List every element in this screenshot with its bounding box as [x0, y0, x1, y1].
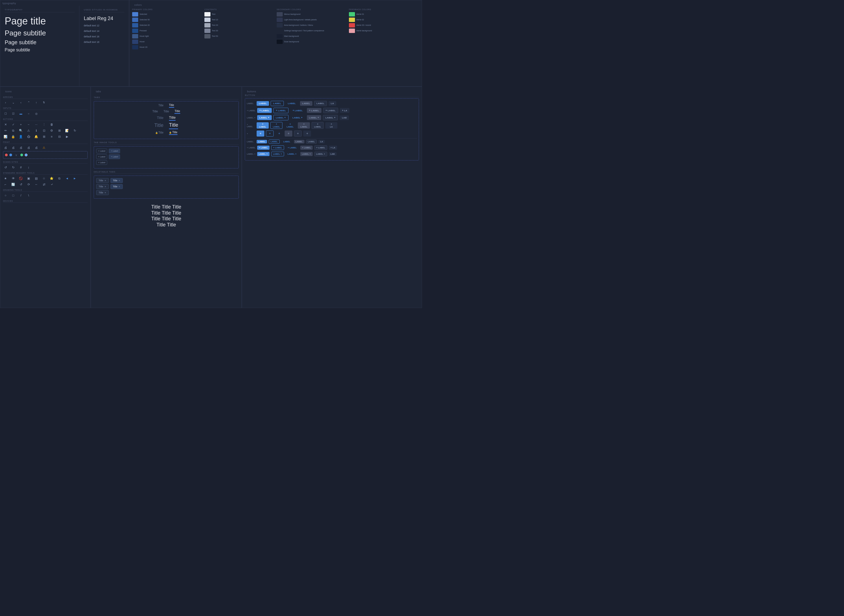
- btn-outline-plus-right-sm-1[interactable]: LABEL+: [271, 152, 284, 156]
- tab-img-item-3[interactable]: + Label: [96, 154, 107, 159]
- btn-ghost-sm-1[interactable]: LABEL: [281, 139, 292, 144]
- line1-icon[interactable]: /: [18, 193, 23, 198]
- star-filled-icon[interactable]: ⭐: [49, 176, 54, 181]
- btn-stacked-dark-1[interactable]: + LABEL: [312, 122, 324, 129]
- btn-dark-plus-right-1[interactable]: LABEL+: [323, 115, 338, 120]
- arrow-left-icon[interactable]: ◄: [64, 176, 69, 181]
- chevron-up-down-icon[interactable]: ⌃: [26, 100, 31, 105]
- del-tab-3-close[interactable]: ✕: [104, 185, 106, 188]
- checkbox-indeterminate-icon[interactable]: ▬: [18, 111, 23, 116]
- btn-gray-1[interactable]: LABEL: [300, 101, 312, 106]
- tab-img-item-2-active[interactable]: + Label: [109, 149, 120, 153]
- pencil-icon[interactable]: ✏: [3, 128, 8, 133]
- btn-dark-plus-right-2[interactable]: LAB: [340, 115, 349, 120]
- chevron-left-icon[interactable]: ‹: [18, 100, 23, 105]
- printer4-icon[interactable]: 🖨: [26, 145, 31, 150]
- crop-icon[interactable]: ⊡: [41, 128, 47, 133]
- scan-reverse-icon[interactable]: ↻: [11, 165, 16, 170]
- tab-img-item-1[interactable]: + Label: [96, 149, 107, 153]
- btn-dark-plus-right-sm-2[interactable]: LAB: [329, 152, 337, 156]
- printer-warning-icon[interactable]: ⚠: [41, 145, 47, 150]
- btn-ghost-plus-right-1[interactable]: LABEL+: [290, 115, 305, 120]
- btn-dark-plus-right-sm-1[interactable]: LABEL+: [314, 152, 327, 156]
- warning-icon[interactable]: ⚠: [26, 128, 31, 133]
- stack-icon[interactable]: ▤: [34, 176, 39, 181]
- btn-dark-plus-sm-2[interactable]: +LA: [329, 146, 337, 150]
- btn-outline-sm-1[interactable]: LABEL: [269, 139, 280, 144]
- tab-title-11-locked-active[interactable]: 🔒Title: [169, 131, 177, 135]
- tab-title-5-active[interactable]: Title: [174, 109, 180, 114]
- tab-img-item-5[interactable]: + Label: [96, 160, 107, 165]
- btn-icon-only-blue-outline-1[interactable]: +: [266, 131, 274, 136]
- scan-grid-icon[interactable]: #: [18, 165, 23, 170]
- btn-dark-2[interactable]: LA: [328, 101, 336, 106]
- printer5-icon[interactable]: 🖨: [34, 145, 39, 150]
- checkbox-empty-icon[interactable]: ☐: [3, 111, 8, 116]
- eye-off-icon[interactable]: 🚫: [18, 176, 23, 181]
- del-tab-4-active[interactable]: Title ✕: [110, 184, 123, 189]
- btn-solid-blue-plus-right-1[interactable]: LABEL+: [257, 115, 272, 120]
- tab-title-3[interactable]: Title: [152, 110, 158, 113]
- settings-icon[interactable]: ⚙: [49, 128, 54, 133]
- del-tab-4-close[interactable]: ✕: [119, 185, 120, 188]
- del-tab-3[interactable]: Title ✕: [96, 184, 109, 189]
- apps-icon[interactable]: ⊞: [41, 134, 47, 139]
- btn-stacked-dark-2[interactable]: + LA: [325, 122, 337, 129]
- eye-icon[interactable]: 👁: [11, 176, 16, 181]
- btn-dark-sm-2[interactable]: LA: [318, 140, 324, 144]
- scan-rotate-icon[interactable]: ↺: [3, 165, 8, 170]
- btn-stacked-outline-1[interactable]: + LABEL: [270, 122, 283, 129]
- btn-outline-blue-1[interactable]: LABEL: [271, 101, 284, 106]
- del-tab-2-active[interactable]: Title ✕: [110, 178, 123, 183]
- list-icon[interactable]: ≡: [49, 134, 54, 139]
- tab-title-2-active[interactable]: Title: [169, 104, 174, 108]
- btn-icon-only-dark-2[interactable]: +: [303, 131, 311, 136]
- bell-icon[interactable]: 🔔: [34, 134, 39, 139]
- del-tab-5-close[interactable]: ✕: [104, 192, 106, 194]
- corner-icon[interactable]: ⌐: [3, 182, 8, 187]
- btn-dark-1[interactable]: LABEL: [314, 101, 327, 106]
- btn-ghost-blue-1[interactable]: LABEL: [286, 101, 298, 106]
- grid-icon[interactable]: ⊞: [57, 128, 62, 133]
- btn-solid-blue-plus-1[interactable]: +LABEL: [257, 108, 272, 113]
- btn-gray-plus-sm-1[interactable]: +LABEL: [300, 146, 313, 150]
- star-outline-icon[interactable]: ☆: [41, 176, 47, 181]
- btn-icon-only-blue-1[interactable]: +: [256, 131, 264, 136]
- btn-stacked-blue-1[interactable]: + LABEL: [256, 122, 269, 129]
- btn-outline-plus-right-1[interactable]: LABEL+: [273, 115, 289, 120]
- del-tab-2-close[interactable]: ✕: [119, 179, 120, 182]
- printer3-icon[interactable]: 🖨: [18, 145, 23, 150]
- tab-title-8-large[interactable]: Title: [154, 123, 164, 129]
- btn-ghost-plus-right-sm-1[interactable]: LABEL+: [286, 152, 299, 156]
- lock-icon[interactable]: 🔒: [11, 134, 16, 139]
- circle-draw-icon[interactable]: ○: [3, 193, 8, 198]
- btn-gray-plus-right-1[interactable]: LABEL+: [307, 115, 321, 120]
- scan-target-icon[interactable]: ↕: [26, 165, 31, 170]
- btn-solid-blue-plus-sm-1[interactable]: +LABEL: [257, 146, 270, 150]
- layers-icon[interactable]: ▣: [26, 176, 31, 181]
- btn-gray-plus-right-sm-1[interactable]: LABEL+: [300, 152, 313, 156]
- play-icon[interactable]: ▶: [64, 134, 69, 139]
- btn-outline-plus-1[interactable]: +LABEL: [273, 108, 289, 113]
- info-icon[interactable]: ℹ: [34, 128, 39, 133]
- btn-icon-only-gray-1[interactable]: +: [285, 131, 292, 136]
- refresh2-icon[interactable]: 🔄: [11, 182, 16, 187]
- chevron-down-icon[interactable]: ⌄: [11, 100, 16, 105]
- btn-ghost-plus-sm-1[interactable]: +LABEL: [286, 145, 299, 150]
- btn-dark-plus-sm-1[interactable]: +LABEL: [314, 145, 327, 150]
- tab-img-item-4-active[interactable]: + Label: [109, 154, 120, 159]
- plus-icon[interactable]: +: [18, 122, 23, 127]
- refresh3-icon[interactable]: ↺: [18, 182, 23, 187]
- checkbox-checked-icon[interactable]: ☑: [11, 111, 16, 116]
- printer2-icon[interactable]: 🖨: [11, 145, 16, 150]
- printer-icon[interactable]: 🖨: [3, 145, 8, 150]
- copy-icon[interactable]: ⧉: [11, 128, 16, 133]
- radio-filled-icon[interactable]: ◎: [34, 111, 39, 116]
- btn-ghost-plus-1[interactable]: +LABEL: [290, 108, 305, 113]
- search-icon[interactable]: 🔍: [18, 128, 23, 133]
- grid2-icon[interactable]: ⊟: [57, 134, 62, 139]
- star-icon[interactable]: ★: [3, 176, 8, 181]
- btn-solid-blue-plus-right-sm-1[interactable]: LABEL+: [257, 152, 270, 156]
- dots-vertical-icon[interactable]: ⋮: [41, 122, 47, 127]
- del-tab-1[interactable]: Title ✕: [96, 178, 109, 183]
